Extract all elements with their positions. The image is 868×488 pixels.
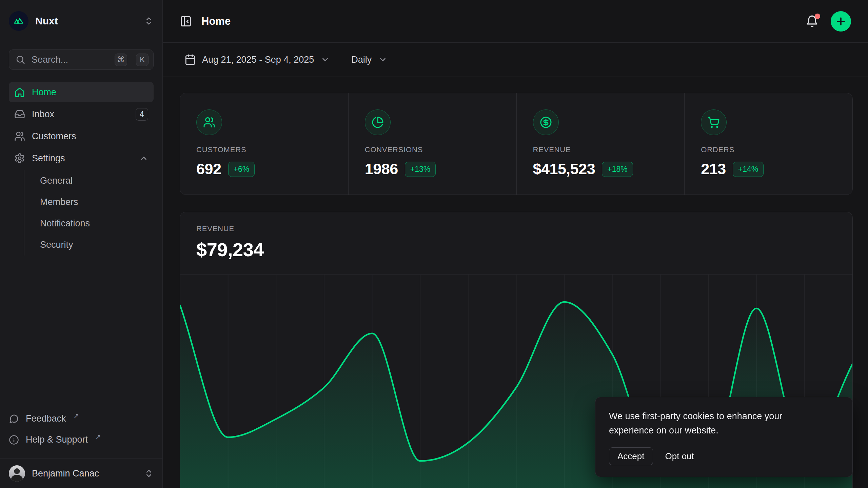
sidebar-collapse-button[interactable]: [180, 15, 192, 27]
stat-label: REVENUE: [533, 145, 671, 154]
stat-value: 692: [196, 160, 221, 178]
inbox-icon: [14, 109, 25, 120]
date-range-picker[interactable]: Aug 21, 2025 - Sep 4, 2025: [184, 54, 330, 65]
chevrons-up-down-icon: [144, 16, 154, 26]
accept-cookies-button[interactable]: Accept: [609, 447, 653, 465]
notification-dot: [815, 14, 820, 19]
stat-label: CONVERSIONS: [365, 145, 503, 154]
gear-icon: [14, 153, 25, 164]
cookie-message: We use first-party cookies to enhance yo…: [609, 409, 816, 438]
search-placeholder: Search...: [32, 55, 108, 65]
sidebar-nav: Home Inbox 4 Customers: [9, 82, 154, 258]
dollar-circle-icon: [533, 109, 559, 135]
feedback-label: Feedback: [26, 413, 66, 424]
help-support-link[interactable]: Help & Support ↗: [9, 429, 154, 450]
period-value: Daily: [351, 55, 372, 65]
help-support-label: Help & Support: [26, 434, 88, 445]
stat-label: ORDERS: [701, 145, 839, 154]
sidebar-item-notifications[interactable]: Notifications: [24, 213, 154, 234]
chevron-down-icon: [378, 55, 387, 64]
avatar: [9, 465, 25, 482]
feedback-link[interactable]: Feedback ↗: [9, 408, 154, 429]
stat-change-badge: +14%: [733, 162, 764, 177]
stat-label: CUSTOMERS: [196, 145, 335, 154]
user-menu[interactable]: Benjamin Canac: [9, 459, 154, 488]
info-icon: [9, 435, 19, 445]
message-circle-icon: [9, 414, 19, 424]
revenue-label: REVENUE: [196, 224, 836, 233]
stat-orders[interactable]: ORDERS 213 +14%: [684, 93, 852, 195]
chevron-up-icon: [139, 154, 148, 163]
stat-value: 1986: [365, 160, 398, 178]
chevrons-up-down-icon: [144, 469, 154, 478]
workspace-switcher[interactable]: Nuxt: [9, 11, 154, 31]
cookie-banner: We use first-party cookies to enhance yo…: [595, 397, 853, 477]
chevron-down-icon: [321, 55, 330, 64]
sidebar-item-security[interactable]: Security: [24, 234, 154, 256]
shopping-cart-icon: [701, 109, 727, 135]
sidebar-item-home[interactable]: Home: [9, 82, 154, 102]
home-icon: [14, 87, 25, 98]
external-link-icon: ↗: [74, 412, 79, 420]
stat-value: $415,523: [533, 160, 595, 178]
pie-chart-icon: [365, 109, 391, 135]
sidebar-item-members[interactable]: Members: [24, 191, 154, 213]
sidebar-item-label: Customers: [32, 131, 76, 142]
date-range-value: Aug 21, 2025 - Sep 4, 2025: [202, 55, 314, 65]
inbox-count-badge: 4: [136, 108, 148, 121]
users-icon: [14, 131, 25, 142]
sidebar-item-settings[interactable]: Settings: [9, 148, 154, 168]
stat-conversions[interactable]: CONVERSIONS 1986 +13%: [348, 93, 516, 195]
user-name: Benjamin Canac: [32, 468, 137, 479]
stat-change-badge: +6%: [228, 162, 255, 177]
sidebar-item-label: Settings: [32, 153, 65, 164]
sidebar-item-general[interactable]: General: [24, 170, 154, 191]
sidebar-item-customers[interactable]: Customers: [9, 126, 154, 146]
sidebar-item-label: Home: [32, 87, 56, 98]
settings-submenu: General Members Notifications Security: [24, 170, 154, 256]
search-input[interactable]: Search... ⌘ K: [9, 49, 154, 70]
add-button[interactable]: [831, 11, 851, 32]
revenue-total: $79,234: [196, 239, 836, 261]
kbd-meta: ⌘: [115, 54, 127, 66]
page-title: Home: [201, 15, 806, 27]
stat-change-badge: +13%: [405, 162, 436, 177]
users-icon: [196, 109, 222, 135]
optout-cookies-button[interactable]: Opt out: [665, 451, 694, 462]
sidebar-item-inbox[interactable]: Inbox 4: [9, 104, 154, 124]
period-select[interactable]: Daily: [351, 55, 387, 65]
external-link-icon: ↗: [95, 433, 101, 441]
filters-toolbar: Aug 21, 2025 - Sep 4, 2025 Daily: [163, 43, 868, 77]
notifications-button[interactable]: [806, 15, 818, 28]
workspace-name: Nuxt: [35, 15, 137, 27]
calendar-icon: [184, 54, 196, 65]
nuxt-logo-icon: [9, 11, 28, 31]
stats-card: CUSTOMERS 692 +6% CONVERSIONS 1986 +13%: [180, 93, 853, 195]
stat-customers[interactable]: CUSTOMERS 692 +6%: [180, 93, 348, 195]
kbd-k: K: [136, 54, 149, 66]
stat-change-badge: +18%: [602, 162, 633, 177]
search-icon: [15, 55, 25, 65]
sidebar-item-label: Inbox: [32, 109, 54, 120]
sidebar-footer: Feedback ↗ Help & Support ↗: [9, 408, 154, 454]
sidebar: Nuxt Search... ⌘ K Home: [0, 0, 163, 488]
stat-revenue[interactable]: REVENUE $415,523 +18%: [516, 93, 685, 195]
stat-value: 213: [701, 160, 726, 178]
topbar: Home: [163, 0, 868, 43]
